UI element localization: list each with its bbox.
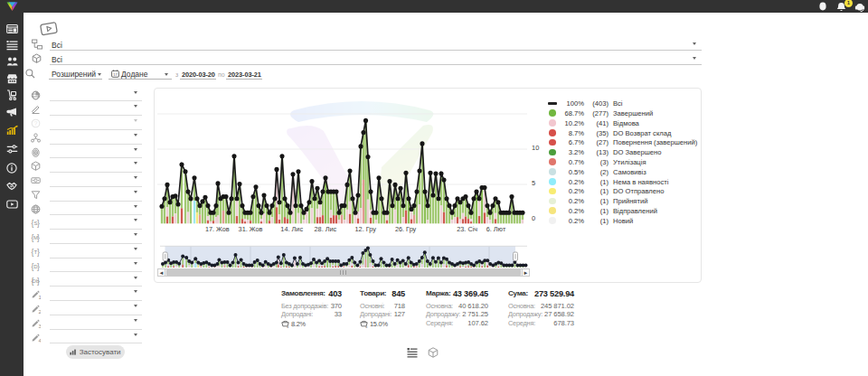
svg-text:x: x (365, 324, 367, 328)
svg-text:2: 2 (39, 308, 41, 314)
svg-text:}: } (37, 219, 40, 228)
svg-text:3: 3 (39, 323, 41, 328)
svg-text:17: 17 (113, 72, 118, 77)
svg-text:}: } (37, 233, 40, 242)
svg-text:1: 1 (39, 294, 41, 299)
svg-text:}: } (37, 276, 40, 285)
svg-text:x: x (287, 324, 288, 328)
svg-text:}: } (37, 261, 40, 270)
svg-text:}: } (37, 248, 40, 257)
svg-text:4: 4 (39, 336, 41, 342)
svg-text:?: ? (34, 120, 38, 127)
